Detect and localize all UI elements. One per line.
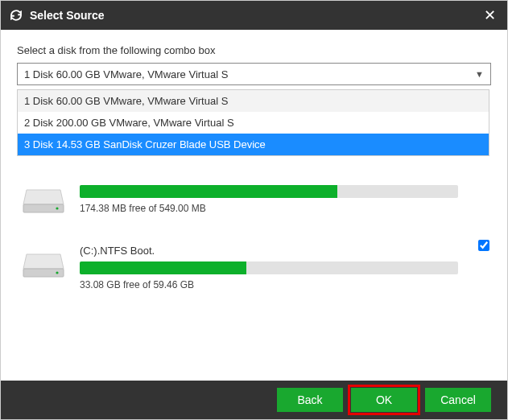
- partition-checkbox[interactable]: [478, 240, 489, 251]
- usage-bar-fill: [80, 261, 246, 274]
- partition-name: (C:).NTFS Boot.: [80, 245, 491, 257]
- partition-info: (C:).NTFS Boot. 33.08 GB free of 59.46 G…: [80, 245, 491, 290]
- dialog-title: Select Source: [30, 9, 480, 22]
- close-icon[interactable]: ✕: [480, 6, 499, 24]
- usage-bar-fill: [80, 185, 337, 198]
- svg-point-3: [56, 271, 58, 274]
- disk-option-2[interactable]: 2 Disk 200.00 GB VMware, VMware Virtual …: [18, 112, 489, 134]
- disk-option-1[interactable]: 1 Disk 60.00 GB VMware, VMware Virtual S: [18, 90, 489, 112]
- partition-row: 174.38 MB free of 549.00 MB: [17, 180, 491, 216]
- usage-bar: [80, 261, 458, 274]
- cancel-button[interactable]: Cancel: [425, 388, 491, 412]
- prompt-label: Select a disk from the following combo b…: [17, 44, 491, 56]
- partition-checkbox-wrap: [478, 240, 489, 253]
- disk-option-3[interactable]: 3 Disk 14.53 GB SanDisk Cruzer Blade USB…: [18, 134, 489, 155]
- drive-icon: [22, 185, 65, 216]
- dialog-footer: Back OK Cancel: [1, 381, 507, 419]
- disk-combo-dropdown: 1 Disk 60.00 GB VMware, VMware Virtual S…: [17, 89, 489, 156]
- free-space-label: 33.08 GB free of 59.46 GB: [80, 279, 491, 290]
- partition-info: 174.38 MB free of 549.00 MB: [80, 180, 491, 214]
- usage-bar: [80, 185, 458, 198]
- free-space-label: 174.38 MB free of 549.00 MB: [80, 203, 491, 214]
- partition-list: 174.38 MB free of 549.00 MB (C:).NTFS Bo…: [17, 180, 491, 290]
- ok-button[interactable]: OK: [351, 388, 417, 412]
- titlebar: Select Source ✕: [1, 1, 507, 30]
- chevron-down-icon: ▼: [475, 69, 484, 79]
- select-source-dialog: Select Source ✕ Select a disk from the f…: [0, 0, 508, 420]
- disk-combo-value: 1 Disk 60.00 GB VMware, VMware Virtual S: [24, 68, 228, 80]
- app-sync-icon: [9, 8, 23, 23]
- partition-row: (C:).NTFS Boot. 33.08 GB free of 59.46 G…: [17, 245, 491, 290]
- back-button[interactable]: Back: [277, 388, 343, 412]
- svg-point-1: [56, 207, 58, 209]
- disk-combo[interactable]: 1 Disk 60.00 GB VMware, VMware Virtual S…: [17, 63, 491, 85]
- dialog-body: Select a disk from the following combo b…: [1, 30, 507, 381]
- drive-icon: [22, 249, 65, 280]
